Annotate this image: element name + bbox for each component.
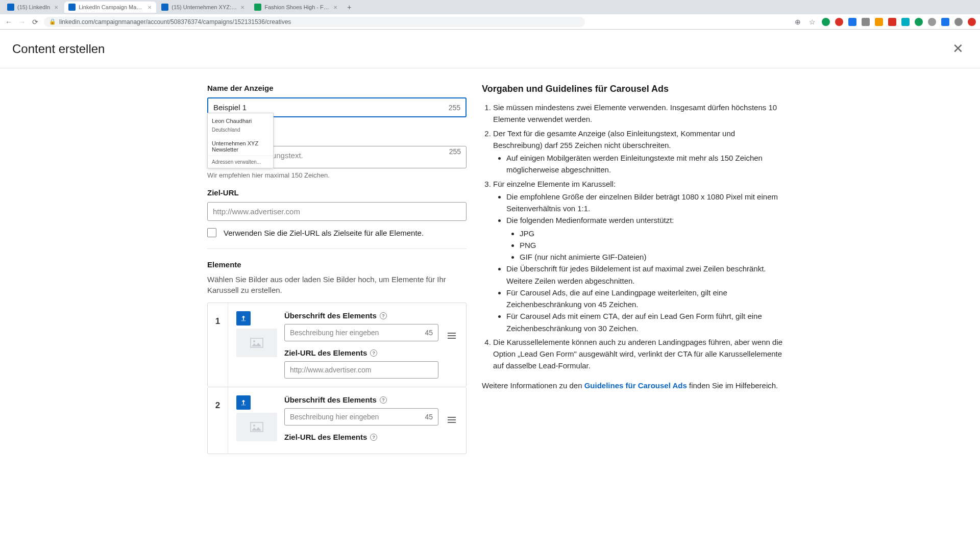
extension-icon[interactable] <box>888 18 896 26</box>
url-text: linkedin.com/campaignmanager/account/508… <box>59 18 291 26</box>
element-url-wrap <box>284 361 438 379</box>
extension-icon[interactable] <box>901 18 910 26</box>
autocomplete-manage[interactable]: Adressen verwalten... <box>208 156 273 168</box>
svg-point-1 <box>253 340 255 342</box>
guideline-subitem: Für Carousel Ads, die auf eine Landingpa… <box>506 287 783 311</box>
guidelines-footer: Weitere Informationen zu den Guidelines … <box>482 381 783 390</box>
autocomplete-item[interactable]: Leon Chaudhari <box>208 115 273 127</box>
browser-tab[interactable]: (15) LinkedIn ✕ <box>3 2 63 13</box>
content-area: Name der Anzeige 255 Leon Chaudhari Deut… <box>0 68 980 454</box>
browser-tab[interactable]: Fashion Shoes High - Free pho ✕ <box>250 2 342 13</box>
back-button[interactable]: ← <box>4 17 13 27</box>
carousel-card: 2 Überschrift des Elements ? <box>207 387 467 454</box>
guideline-item: Die Karussellelemente können auch zu and… <box>493 336 783 372</box>
element-url-label: Ziel-URL des Elements ? <box>284 348 438 357</box>
element-url-input[interactable] <box>285 362 438 378</box>
element-headline-label: Überschrift des Elements ? <box>284 311 438 320</box>
info-icon[interactable]: ? <box>370 349 377 357</box>
close-icon[interactable]: ✕ <box>146 4 152 10</box>
close-icon[interactable]: ✕ <box>53 4 59 10</box>
target-url-label: Ziel-URL <box>207 188 467 197</box>
url-field[interactable]: 🔒 linkedin.com/campaignmanager/account/5… <box>44 17 585 27</box>
helper-text: Wir empfehlen hier maximal 150 Zeichen. <box>207 171 467 179</box>
info-icon[interactable]: ? <box>380 396 387 404</box>
guideline-subitem: Für Carousel Ads mit einem CTA, der auf … <box>506 310 783 334</box>
form-column: Name der Anzeige 255 Leon Chaudhari Deut… <box>207 84 467 454</box>
element-headline-input[interactable] <box>285 324 425 341</box>
drag-handle[interactable] <box>446 311 458 339</box>
extension-icon[interactable] <box>968 18 976 26</box>
tab-title: LinkedIn Campaign Manager <box>79 4 143 10</box>
linkedin-favicon <box>7 4 14 11</box>
browser-tab[interactable]: (15) Unternehmen XYZ: Admin ✕ <box>157 2 249 13</box>
close-icon[interactable]: ✕ <box>240 4 245 10</box>
image-icon <box>250 422 263 432</box>
char-counter: 45 <box>425 329 438 337</box>
element-url-label: Ziel-URL des Elements ? <box>284 433 438 441</box>
address-bar: ← → ⟳ 🔒 linkedin.com/campaignmanager/acc… <box>0 14 980 30</box>
autocomplete-item[interactable]: Unternehmen XYZ Newsletter <box>208 137 273 156</box>
char-counter: 255 <box>449 104 465 112</box>
element-headline-input[interactable] <box>285 409 425 425</box>
target-url-input[interactable] <box>208 203 466 220</box>
target-url-wrap <box>207 202 467 221</box>
extension-icon[interactable] <box>835 18 843 26</box>
upload-icon <box>240 399 247 406</box>
guideline-item: Sie müssen mindestens zwei Elemente verw… <box>493 102 783 126</box>
format-item: GIF (nur nicht animierte GIF-Dateien) <box>520 251 783 263</box>
tabs-bar: (15) LinkedIn ✕ LinkedIn Campaign Manage… <box>0 0 980 14</box>
guidelines-list: Sie müssen mindestens zwei Elemente verw… <box>482 102 783 372</box>
autocomplete-subtext: Deutschland <box>208 127 273 136</box>
image-icon <box>250 338 263 348</box>
image-placeholder[interactable] <box>236 329 277 357</box>
guideline-subitem: Die empfohlene Größe der einzelnen Bilde… <box>506 191 783 215</box>
divider <box>207 248 467 249</box>
drag-icon <box>448 417 456 423</box>
image-placeholder[interactable] <box>236 413 277 441</box>
extension-icon[interactable] <box>862 18 870 26</box>
close-button[interactable]: ✕ <box>948 39 968 59</box>
elements-heading: Elemente <box>207 260 467 269</box>
use-url-checkbox[interactable] <box>207 228 216 237</box>
modal-header: Content erstellen ✕ <box>0 30 980 68</box>
zoom-icon[interactable]: ⊕ <box>793 17 802 27</box>
svg-point-3 <box>253 424 255 427</box>
guidelines-link[interactable]: Guidelines für Carousel Ads <box>584 381 687 390</box>
card-number: 2 <box>208 387 228 454</box>
upload-button[interactable] <box>236 311 251 325</box>
info-icon[interactable]: ? <box>380 312 387 319</box>
extension-icon[interactable] <box>915 18 923 26</box>
checkbox-row: Verwenden Sie die Ziel-URL als Zielseite… <box>207 228 467 237</box>
upload-icon <box>240 315 247 322</box>
avatar-icon[interactable] <box>954 18 963 26</box>
forward-button[interactable]: → <box>17 17 27 27</box>
char-counter: 255 <box>449 147 466 156</box>
drag-handle[interactable] <box>446 395 458 423</box>
element-headline-wrap: 45 <box>284 408 438 425</box>
guideline-subitem: Die Überschrift für jedes Bildelement is… <box>506 263 783 287</box>
info-icon[interactable]: ? <box>370 434 377 441</box>
guideline-item: Der Text für die gesamte Anzeige (also E… <box>493 128 783 176</box>
extension-icon[interactable] <box>822 18 830 26</box>
star-icon[interactable]: ☆ <box>807 17 817 27</box>
format-item: JPG <box>520 228 783 239</box>
card-number: 1 <box>208 303 228 387</box>
new-tab-button[interactable]: + <box>343 2 355 12</box>
reload-button[interactable]: ⟳ <box>31 17 40 27</box>
toolbar-icons: ⊕ ☆ <box>793 17 976 27</box>
elements-description: Wählen Sie Bilder aus oder laden Sie Bil… <box>207 274 467 295</box>
extension-icon[interactable] <box>928 18 936 26</box>
extension-icon[interactable] <box>848 18 856 26</box>
carousel-card: 1 Überschrift des Elements ? <box>207 303 467 387</box>
extension-icon[interactable] <box>941 18 949 26</box>
upload-button[interactable] <box>236 395 251 410</box>
close-icon[interactable]: ✕ <box>333 4 338 10</box>
page-title: Content erstellen <box>12 42 105 56</box>
char-counter: 45 <box>425 413 438 421</box>
guidelines-title: Vorgaben und Guidelines für Carousel Ads <box>482 84 783 94</box>
guideline-subitem: Auf einigen Mobilgeräten werden Einleitu… <box>506 152 783 176</box>
browser-tab-active[interactable]: LinkedIn Campaign Manager ✕ <box>64 2 156 13</box>
site-favicon <box>254 4 261 11</box>
extension-icon[interactable] <box>875 18 883 26</box>
format-item: PNG <box>520 239 783 251</box>
